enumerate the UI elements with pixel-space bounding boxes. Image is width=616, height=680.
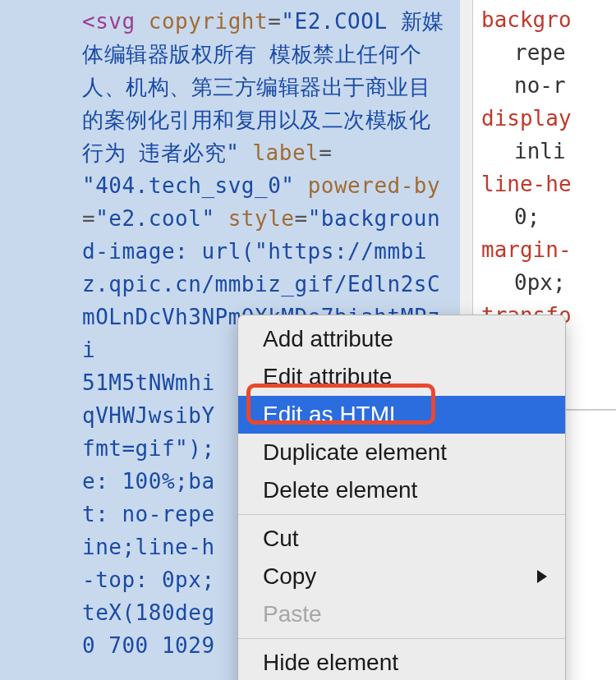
quote: "	[281, 173, 294, 198]
quote: "	[308, 206, 321, 231]
menu-duplicate-element[interactable]: Duplicate element	[238, 434, 565, 471]
menu-edit-attribute[interactable]: Edit attribute	[238, 358, 565, 396]
css-val: 0;	[481, 200, 616, 233]
equals: =	[319, 140, 332, 165]
menu-cut[interactable]: Cut	[238, 520, 565, 558]
css-val: inli	[481, 135, 616, 168]
quote: "	[226, 140, 239, 165]
css-val: no-r	[481, 69, 616, 102]
quote: "	[201, 206, 214, 231]
quote: "	[95, 206, 108, 231]
style-value-l8: 51M5tNWmhi	[82, 370, 215, 395]
equals: =	[82, 206, 95, 231]
style-value-l9: qVHWJwsibY	[82, 403, 215, 428]
menu-separator	[238, 638, 565, 639]
menu-add-attribute[interactable]: Add attribute	[238, 320, 565, 358]
menu-delete-element[interactable]: Delete element	[238, 471, 565, 509]
tag-name: svg	[95, 9, 135, 34]
menu-separator	[238, 514, 565, 515]
menu-edit-as-html[interactable]: Edit as HTML	[238, 396, 565, 434]
equals: =	[294, 206, 307, 231]
menu-hide-element[interactable]: Hide element	[238, 644, 565, 680]
css-prop-background[interactable]: backgro	[481, 7, 572, 32]
attr-label: label	[252, 140, 319, 165]
style-value-l10: fmt=gif");	[82, 436, 215, 461]
quote: "	[281, 9, 294, 34]
style-value-l12: t: no-repe	[82, 502, 215, 526]
css-prop-display[interactable]: display	[481, 106, 572, 131]
css-prop-line-height[interactable]: line-he	[481, 172, 572, 196]
style-value-l11: e: 100%;ba	[82, 469, 215, 494]
angle-bracket: <	[82, 9, 95, 34]
label-value: 404.tech_svg_0	[95, 173, 281, 198]
style-value-l14: -top: 0px;	[82, 567, 215, 592]
menu-copy[interactable]: Copy	[238, 558, 565, 595]
equals: =	[268, 9, 281, 34]
powered-value: e2.cool	[108, 206, 201, 231]
style-value-l15: teX(180deg	[82, 600, 215, 625]
menu-copy-label: Copy	[263, 563, 316, 589]
style-value-l16: 0 700 1029	[82, 633, 215, 658]
chevron-right-icon	[537, 570, 547, 583]
css-val: repe	[481, 36, 616, 69]
context-menu: Add attribute Edit attribute Edit as HTM…	[237, 315, 566, 680]
attr-copyright: copyright	[149, 9, 268, 34]
quote: "	[82, 173, 95, 198]
css-prop-margin[interactable]: margin-	[481, 237, 572, 262]
menu-paste: Paste	[238, 595, 565, 633]
attr-powered-by: powered-by	[308, 173, 441, 198]
css-val: 0px;	[481, 266, 616, 299]
style-value-l13: ine;line-h	[82, 535, 215, 559]
attr-style: style	[228, 206, 295, 231]
